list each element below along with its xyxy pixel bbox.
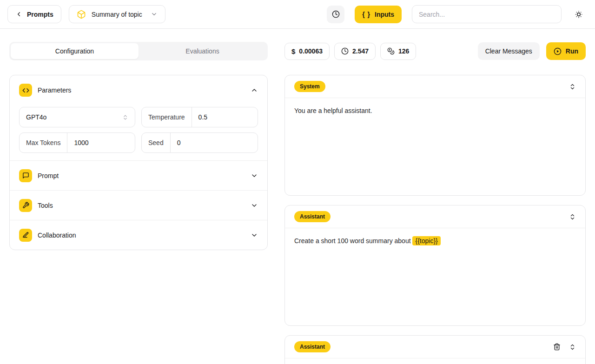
clear-messages-button[interactable]: Clear Messages — [478, 42, 540, 60]
latency-stat: 2.547 — [334, 43, 376, 60]
prompt-title: Prompt — [38, 172, 245, 179]
temperature-label: Temperature — [142, 107, 192, 127]
chevrons-up-down-icon — [569, 344, 576, 351]
chevron-up-icon[interactable] — [251, 86, 258, 94]
message-text: You are a helpful assistant. — [294, 107, 372, 114]
inputs-button-label: Inputs — [375, 11, 394, 18]
coins-icon — [387, 47, 395, 55]
message-card-assistant: Assistant Create a short 100 word summar… — [284, 205, 586, 326]
cost-stat: $ 0.00063 — [284, 43, 330, 60]
configuration-panel: Configuration Evaluations Parameters — [9, 42, 268, 364]
configuration-card: Parameters GPT4o Temperature 0.5 — [9, 75, 268, 250]
theme-toggle-button[interactable] — [572, 6, 586, 23]
back-to-prompts-button[interactable]: Prompts — [7, 5, 61, 23]
sun-icon — [574, 10, 583, 19]
delete-message-button[interactable] — [553, 343, 561, 351]
message-content-input[interactable]: You are a helpful assistant. — [285, 98, 585, 124]
message-content-input[interactable] — [285, 358, 585, 364]
playground-panel: $ 0.00063 2.547 126 Clear Messages — [284, 42, 586, 364]
collaboration-section-header[interactable]: Collaboration — [10, 220, 267, 250]
clock-icon — [332, 10, 340, 18]
message-header: Assistant — [285, 336, 585, 358]
search-input[interactable] — [412, 5, 562, 23]
message-square-icon — [19, 169, 32, 182]
parameters-title: Parameters — [38, 86, 245, 94]
trash-icon — [553, 343, 561, 351]
seed-input[interactable]: 0 — [171, 139, 187, 146]
topbar-right-group: { } Inputs — [327, 5, 586, 23]
tools-title: Tools — [38, 202, 245, 209]
chevron-down-icon — [251, 232, 258, 239]
package-box-icon — [77, 10, 86, 19]
prompt-section-header[interactable]: Prompt — [10, 160, 267, 190]
parameters-section: Parameters GPT4o Temperature 0.5 — [10, 75, 267, 160]
pencil-icon — [19, 229, 32, 242]
max-tokens-field: Max Tokens 1000 — [19, 132, 135, 153]
play-circle-icon — [554, 47, 562, 55]
model-select-value: GPT4o — [26, 113, 46, 121]
history-button[interactable] — [327, 6, 344, 23]
latency-value: 2.547 — [352, 47, 369, 55]
cost-value: 0.00063 — [299, 47, 323, 55]
run-button-label: Run — [566, 47, 578, 55]
tab-configuration[interactable]: Configuration — [11, 43, 139, 59]
role-badge[interactable]: Assistant — [294, 211, 331, 222]
run-toolbar: $ 0.00063 2.547 126 Clear Messages — [284, 42, 586, 60]
seed-field: Seed 0 — [141, 132, 258, 153]
variable-chip[interactable]: {{topic}} — [412, 236, 440, 245]
model-select[interactable]: GPT4o — [19, 107, 135, 127]
run-button[interactable]: Run — [546, 42, 586, 60]
code-icon — [19, 84, 32, 97]
message-header: System — [285, 75, 585, 98]
role-badge[interactable]: System — [294, 81, 325, 92]
reorder-message-button[interactable] — [569, 344, 576, 351]
chevron-down-icon — [251, 202, 258, 209]
top-bar: Prompts Summary of topic { } Inputs — [0, 0, 595, 29]
wrench-icon — [19, 199, 32, 212]
message-card-system: System You are a helpful assistant. — [284, 75, 586, 196]
max-tokens-input[interactable]: 1000 — [67, 139, 95, 146]
message-content-input[interactable]: Create a short 100 word summary about {{… — [285, 228, 585, 254]
tokens-value: 126 — [398, 47, 409, 55]
chevrons-up-down-icon — [569, 83, 576, 90]
max-tokens-label: Max Tokens — [20, 133, 67, 152]
temperature-field: Temperature 0.5 — [141, 107, 258, 127]
message-card-assistant-2: Assistant — [284, 335, 586, 364]
temperature-input[interactable]: 0.5 — [192, 113, 214, 121]
dollar-icon: $ — [291, 47, 295, 55]
collaboration-title: Collaboration — [38, 232, 245, 239]
clock-icon — [341, 47, 349, 55]
reorder-message-button[interactable] — [569, 83, 576, 90]
braces-icon: { } — [362, 11, 370, 18]
main-content: Configuration Evaluations Parameters — [0, 29, 595, 364]
tokens-stat: 126 — [380, 43, 416, 60]
tab-evaluations[interactable]: Evaluations — [139, 43, 266, 59]
inputs-button[interactable]: { } Inputs — [355, 6, 402, 23]
parameters-section-header[interactable]: Parameters — [19, 84, 258, 97]
message-header: Assistant — [285, 205, 585, 228]
prompt-selector-dropdown[interactable]: Summary of topic — [69, 5, 165, 23]
reorder-message-button[interactable] — [569, 213, 576, 220]
chevrons-up-down-icon — [122, 114, 128, 120]
config-eval-tabs: Configuration Evaluations — [9, 42, 268, 60]
seed-label: Seed — [142, 133, 171, 152]
prompt-selector-label: Summary of topic — [92, 11, 142, 18]
message-text: Create a short 100 word summary about — [294, 237, 412, 245]
run-actions: Clear Messages Run — [478, 42, 586, 60]
chevrons-up-down-icon — [569, 213, 576, 220]
chevron-left-icon — [15, 11, 22, 18]
chevron-down-icon — [251, 172, 258, 179]
chevron-down-icon — [151, 11, 158, 18]
role-badge[interactable]: Assistant — [294, 341, 331, 352]
tools-section-header[interactable]: Tools — [10, 190, 267, 220]
parameters-fields: GPT4o Temperature 0.5 Max Tokens 1000 — [19, 107, 258, 153]
back-button-label: Prompts — [27, 11, 53, 18]
